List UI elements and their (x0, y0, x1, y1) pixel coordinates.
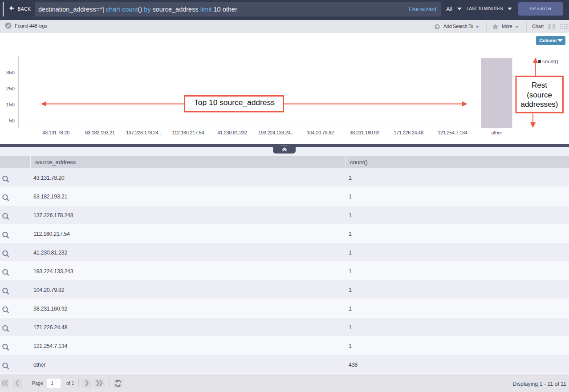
svg-text:count(): count() (542, 59, 558, 64)
svg-text:150: 150 (6, 102, 15, 107)
svg-text:171.226.24.48: 171.226.24.48 (394, 130, 423, 135)
svg-text:137.226.178.24...: 137.226.178.24... (126, 130, 162, 135)
svg-text:38.231.160.92: 38.231.160.92 (350, 130, 379, 135)
svg-text:193.224.133.24...: 193.224.133.24... (258, 130, 294, 135)
svg-text:121.254.7.134: 121.254.7.134 (438, 130, 467, 135)
svg-text:250: 250 (6, 86, 15, 91)
svg-text:43.131.78.20: 43.131.78.20 (42, 130, 69, 135)
svg-text:addresses): addresses) (520, 100, 558, 109)
svg-text:other: other (492, 130, 502, 135)
svg-text:Top 10 source_address: Top 10 source_address (194, 98, 275, 107)
svg-text:350: 350 (6, 70, 15, 75)
svg-text:63.182.193.21: 63.182.193.21 (85, 130, 115, 135)
svg-text:(source: (source (527, 91, 552, 99)
svg-text:Rest: Rest (532, 81, 547, 89)
svg-text:50: 50 (9, 118, 15, 123)
svg-text:112.160.217.54: 112.160.217.54 (172, 130, 204, 135)
svg-text:41.230.81.232: 41.230.81.232 (217, 130, 247, 135)
svg-text:104.20.79.82: 104.20.79.82 (307, 130, 334, 135)
